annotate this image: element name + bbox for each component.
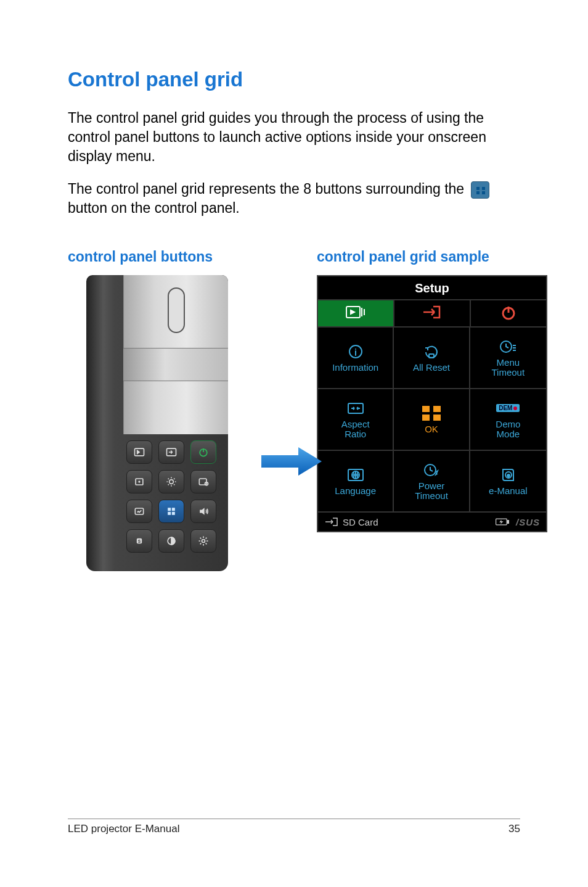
intro-paragraph-1: The control panel grid guides you throug… [68, 109, 520, 166]
para2b: button on the control panel. [68, 200, 240, 216]
osd-label: Power [419, 481, 445, 491]
osd-label: Timeout [492, 367, 525, 377]
osd-label: Language [335, 486, 376, 497]
svg-text:e: e [507, 472, 510, 478]
osd-label: e-Manual [489, 486, 528, 497]
emanual-icon: e [498, 466, 518, 484]
osd-label: OK [425, 424, 438, 435]
svg-text:S: S [138, 539, 141, 543]
reset-icon [422, 343, 441, 360]
svg-rect-23 [348, 403, 363, 413]
osd-cell-information[interactable]: Information [318, 328, 394, 389]
remote-btn-brightness-icon [158, 470, 184, 493]
para2a: The control panel grid represents the 8 … [68, 181, 468, 197]
aspect-icon [346, 400, 365, 417]
arrow-icon [261, 446, 323, 477]
remote-btn-grid-icon [158, 500, 184, 523]
svg-rect-10 [172, 508, 175, 511]
osd-title: Setup [318, 276, 546, 299]
left-subhead: control panel buttons [68, 249, 253, 265]
svg-rect-12 [172, 512, 175, 515]
osd-cell-ok[interactable]: OK [394, 389, 470, 451]
remote-btn-input-icon [158, 440, 184, 464]
osd-label: Timeout [415, 490, 448, 501]
intro-paragraph-2: The control panel grid represents the 8 … [68, 179, 520, 218]
demo-badge-icon: DEM [496, 400, 520, 417]
osd-source-label: SD Card [343, 517, 378, 527]
footer-doc-title: LED projector E-Manual [68, 823, 179, 835]
remote-illustration: S [86, 275, 228, 571]
remote-btn-contrast-icon [158, 529, 184, 553]
remote-btn-media-icon [126, 440, 152, 464]
svg-point-16 [202, 540, 205, 543]
remote-btn-splendid-icon [126, 500, 152, 523]
osd-label: Mode [497, 429, 520, 439]
osd-cell-power-timeout[interactable]: PowerTimeout [394, 451, 470, 513]
svg-rect-8 [135, 508, 143, 514]
osd-tab-media[interactable] [318, 300, 394, 326]
clock-power-icon [422, 461, 441, 479]
remote-btn-volume-icon [190, 500, 216, 523]
remote-btn-gear-icon [190, 529, 216, 553]
globe-icon [346, 466, 365, 484]
grid-center-icon [422, 405, 441, 422]
remote-btn-keystone-icon [126, 470, 152, 493]
brand-label: /SUS [516, 517, 540, 527]
osd-label: Demo [496, 419, 520, 429]
grid-icon [471, 181, 489, 199]
osd-label: Aspect [341, 419, 370, 429]
osd-label: All Reset [413, 363, 450, 373]
svg-rect-9 [168, 508, 171, 511]
remote-btn-power-icon [190, 440, 216, 464]
footer-page-number: 35 [508, 823, 520, 835]
svg-rect-30 [507, 521, 508, 524]
osd-cell-aspect-ratio[interactable]: AspectRatio [318, 389, 394, 451]
svg-marker-17 [261, 447, 322, 476]
osd-tab-power[interactable] [471, 300, 546, 326]
svg-rect-21 [429, 354, 434, 358]
svg-point-4 [139, 481, 140, 482]
osd-tab-input[interactable] [394, 300, 471, 326]
osd-cell-emanual[interactable]: e e-Manual [470, 451, 546, 513]
osd-label: Ratio [345, 429, 366, 439]
page-title: Control panel grid [68, 68, 520, 91]
osd-cell-demo-mode[interactable]: DEM DemoMode [470, 389, 546, 451]
osd-panel: Setup Information [317, 275, 547, 532]
right-subhead: control panel grid sample [317, 249, 547, 265]
osd-label: Menu [497, 357, 520, 368]
osd-cell-menu-timeout[interactable]: MenuTimeout [470, 328, 546, 389]
remote-btn-s-icon: S [126, 529, 152, 553]
svg-point-5 [169, 480, 174, 484]
info-icon [346, 343, 365, 360]
osd-cell-language[interactable]: Language [318, 451, 394, 513]
source-icon [324, 516, 339, 527]
remote-btn-settings-icon [190, 470, 216, 493]
svg-rect-11 [168, 512, 171, 515]
osd-cell-all-reset[interactable]: All Reset [394, 328, 470, 389]
clock-menu-icon [498, 338, 518, 355]
osd-label: Information [332, 363, 378, 373]
battery-icon [495, 516, 510, 527]
